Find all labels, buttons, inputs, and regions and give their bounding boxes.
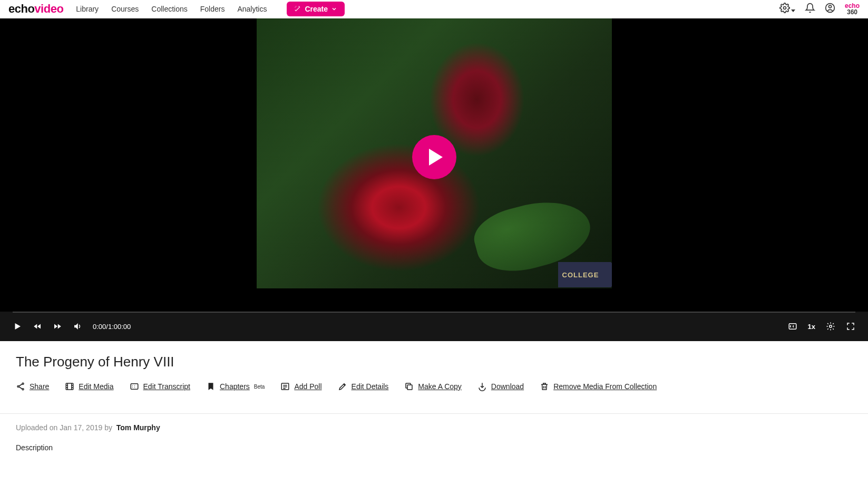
bell-icon (805, 3, 815, 13)
create-button[interactable]: Create (287, 2, 345, 16)
svg-rect-11 (407, 385, 412, 390)
svg-rect-8 (66, 383, 74, 390)
caret-down-icon (791, 9, 795, 12)
brand-logo[interactable]: echovideo (8, 2, 63, 16)
author-name[interactable]: Tom Murphy (116, 423, 160, 432)
brand-part1: echo (8, 2, 34, 15)
bookmark-icon (206, 382, 216, 391)
controls-right: 1x (788, 322, 855, 331)
video-meta: Uploaded on Jan 17, 2019 by Tom Murphy D… (0, 414, 868, 461)
watermark-text: COLLEGE (562, 271, 599, 279)
top-nav: echovideo Library Courses Collections Fo… (0, 0, 868, 18)
edit-transcript-action[interactable]: Edit Transcript (130, 382, 190, 391)
edit-details-label: Edit Details (352, 382, 389, 391)
transcript-icon (130, 382, 139, 391)
wand-icon (294, 5, 301, 13)
chapters-action[interactable]: ChaptersBeta (206, 382, 265, 391)
echo360-logo[interactable]: echo 360 (845, 3, 860, 15)
fullscreen-icon[interactable] (846, 322, 855, 331)
play-button[interactable] (412, 135, 456, 179)
film-icon (65, 382, 74, 391)
video-details: The Progeny of Henry VIII Share Edit Med… (0, 341, 868, 413)
edit-media-label: Edit Media (79, 382, 113, 391)
make-copy-action[interactable]: Make A Copy (404, 382, 462, 391)
progress-bar[interactable] (13, 312, 855, 313)
video-title: The Progeny of Henry VIII (16, 354, 852, 370)
notifications-button[interactable] (805, 3, 815, 15)
small-logo-line2: 360 (845, 9, 860, 15)
time-display: 0:00/1:00:00 (93, 323, 131, 331)
settings-gear-button[interactable] (779, 3, 795, 15)
video-actions: Share Edit Media Edit Transcript Chapter… (16, 382, 852, 404)
share-action[interactable]: Share (16, 382, 49, 391)
nav-collections[interactable]: Collections (151, 5, 187, 13)
nav-library[interactable]: Library (76, 5, 99, 13)
gear-icon (779, 3, 790, 13)
svg-point-5 (22, 383, 24, 384)
svg-point-7 (22, 389, 24, 390)
play-icon[interactable] (13, 322, 22, 331)
account-button[interactable] (825, 3, 835, 15)
nav-courses[interactable]: Courses (111, 5, 139, 13)
pencil-icon (338, 382, 347, 391)
add-poll-label: Add Poll (294, 382, 321, 391)
chapters-badge: Beta (254, 384, 265, 390)
svg-point-2 (828, 5, 831, 8)
svg-point-4 (830, 325, 832, 328)
nav-right: echo 360 (779, 3, 860, 15)
fast-forward-icon[interactable] (53, 322, 62, 331)
main-scroll-area[interactable]: COLLEGE 0:00/1:00:00 1x The Progeny of H… (0, 18, 868, 484)
edit-details-action[interactable]: Edit Details (338, 382, 389, 391)
download-action[interactable]: Download (477, 382, 524, 391)
rewind-icon[interactable] (33, 322, 42, 331)
remove-label: Remove Media From Collection (553, 382, 657, 391)
share-label: Share (30, 382, 49, 391)
remove-action[interactable]: Remove Media From Collection (540, 382, 657, 391)
poll-icon (280, 382, 290, 391)
description-label: Description (16, 443, 852, 452)
copy-icon (404, 382, 414, 391)
edit-media-action[interactable]: Edit Media (65, 382, 113, 391)
captions-icon[interactable] (788, 322, 797, 331)
svg-point-0 (783, 7, 786, 9)
add-poll-action[interactable]: Add Poll (280, 382, 321, 391)
make-copy-label: Make A Copy (418, 382, 462, 391)
nav-links: Library Courses Collections Folders Anal… (76, 2, 345, 16)
player-settings-icon[interactable] (826, 322, 835, 331)
svg-point-6 (17, 386, 19, 388)
trash-icon (540, 382, 549, 391)
volume-icon[interactable] (73, 322, 82, 331)
by-text: by (102, 423, 114, 432)
download-icon (477, 382, 487, 391)
create-label: Create (305, 5, 328, 13)
uploaded-prefix: Uploaded on (16, 423, 60, 432)
download-label: Download (491, 382, 524, 391)
playback-speed[interactable]: 1x (808, 323, 815, 331)
brand-part2: video (34, 2, 63, 15)
user-circle-icon (825, 3, 835, 13)
svg-rect-9 (131, 384, 138, 390)
chevron-down-icon (331, 6, 337, 12)
video-watermark: COLLEGE (558, 262, 611, 287)
nav-analytics[interactable]: Analytics (237, 5, 267, 13)
edit-transcript-label: Edit Transcript (143, 382, 190, 391)
player-controls: 0:00/1:00:00 1x (0, 312, 868, 341)
share-icon (16, 382, 25, 391)
chapters-label: Chapters (220, 382, 250, 391)
upload-info: Uploaded on Jan 17, 2019 by Tom Murphy (16, 423, 852, 432)
uploaded-date: Jan 17, 2019 (60, 423, 102, 432)
video-player-region: COLLEGE (0, 18, 868, 312)
nav-folders[interactable]: Folders (200, 5, 225, 13)
